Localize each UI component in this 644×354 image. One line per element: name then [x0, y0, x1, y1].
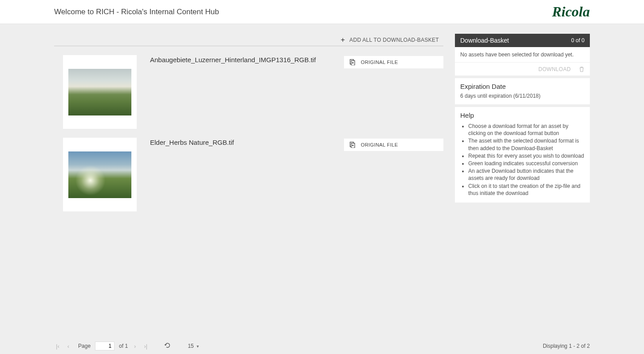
- basket-count: 0 of 0: [571, 37, 585, 44]
- help-item: Green loading indicates successful conve…: [468, 160, 585, 167]
- asset-info: Elder_Herbs Nature_RGB.tif: [150, 138, 331, 211]
- help-item: Repeat this for every asset you wish to …: [468, 152, 585, 159]
- help-item: Choose a download format for an asset by…: [468, 123, 585, 137]
- add-all-label: ADD ALL TO DOWNLOAD-BASKET: [349, 37, 439, 43]
- asset-row: Elder_Herbs Nature_RGB.tif ORIGINAL FILE: [54, 129, 443, 211]
- asset-info: Anbaugebiete_Luzerner_Hinterland_IMGP131…: [150, 55, 331, 129]
- asset-list-column: + ADD ALL TO DOWNLOAD-BASKET Anbaugebiet…: [54, 34, 443, 338]
- per-page-value: 15: [188, 343, 194, 349]
- page-title: Welcome to RICH - Ricola's Internal Cont…: [54, 8, 219, 16]
- refresh-icon: [164, 342, 171, 349]
- asset-row: Anbaugebiete_Luzerner_Hinterland_IMGP131…: [54, 46, 443, 129]
- asset-toolbar: + ADD ALL TO DOWNLOAD-BASKET: [54, 34, 443, 46]
- per-page-select[interactable]: 15 ▾: [188, 343, 198, 349]
- asset-thumbnail[interactable]: [63, 138, 137, 211]
- help-item: An active Download button indicates that…: [468, 167, 585, 182]
- expiration-title: Expiration Date: [455, 78, 590, 92]
- help-panel: Help Choose a download format for an ass…: [455, 107, 590, 203]
- asset-title: Anbaugebiete_Luzerner_Hinterland_IMGP131…: [150, 55, 331, 64]
- download-format-button[interactable]: ORIGINAL FILE: [344, 139, 443, 151]
- add-all-to-basket-button[interactable]: + ADD ALL TO DOWNLOAD-BASKET: [341, 36, 443, 44]
- help-title: Help: [455, 107, 590, 121]
- plus-icon: +: [341, 36, 345, 44]
- help-item: Click on it to start the creation of the…: [468, 183, 585, 197]
- page-label: Page: [78, 343, 91, 349]
- next-page-button[interactable]: ›: [132, 342, 138, 350]
- download-basket-panel: Download-Basket 0 of 0 No assets have be…: [455, 34, 590, 76]
- brand-logo: Ricola: [552, 4, 590, 20]
- thumbnail-image: [68, 151, 131, 198]
- download-button[interactable]: DOWNLOAD: [538, 66, 571, 72]
- asset-thumbnail[interactable]: [63, 55, 137, 129]
- prev-page-button[interactable]: ‹: [66, 342, 71, 350]
- basket-empty-text: No assets have been selected for downloa…: [455, 47, 590, 62]
- basket-title: Download-Basket: [460, 37, 509, 44]
- paging-status: Displaying 1 - 2 of 2: [543, 343, 590, 349]
- basket-actions: DOWNLOAD: [455, 62, 590, 76]
- asset-title: Elder_Herbs Nature_RGB.tif: [150, 138, 331, 146]
- sidebar: Download-Basket 0 of 0 No assets have be…: [455, 34, 590, 338]
- help-item: The asset with the selected download for…: [468, 137, 585, 151]
- help-list: Choose a download format for an asset by…: [455, 121, 590, 203]
- expiration-panel: Expiration Date 6 days until expiration …: [455, 78, 590, 104]
- chevron-down-icon: ▾: [197, 344, 199, 349]
- download-basket-header: Download-Basket 0 of 0: [455, 34, 590, 47]
- expiration-text: 6 days until expiration (6/11/2018): [455, 92, 590, 104]
- download-format-button[interactable]: ORIGINAL FILE: [344, 56, 443, 68]
- file-download-icon: [349, 142, 356, 148]
- page-of-text: of 1: [119, 343, 128, 349]
- page-number-input[interactable]: [95, 342, 115, 350]
- header: Welcome to RICH - Ricola's Internal Cont…: [0, 0, 644, 24]
- content-area: + ADD ALL TO DOWNLOAD-BASKET Anbaugebiet…: [0, 24, 644, 338]
- last-page-button[interactable]: ›|: [142, 342, 149, 350]
- paging-controls: |‹ ‹ Page of 1 › ›| 15 ▾: [54, 342, 199, 350]
- refresh-button[interactable]: [162, 342, 174, 350]
- format-label: ORIGINAL FILE: [361, 60, 398, 65]
- paging-footer: |‹ ‹ Page of 1 › ›| 15 ▾ Displaying 1 - …: [0, 338, 644, 354]
- thumbnail-image: [68, 69, 131, 115]
- format-label: ORIGINAL FILE: [361, 142, 398, 147]
- file-download-icon: [349, 59, 356, 65]
- first-page-button[interactable]: |‹: [54, 342, 61, 350]
- trash-icon[interactable]: [579, 66, 585, 72]
